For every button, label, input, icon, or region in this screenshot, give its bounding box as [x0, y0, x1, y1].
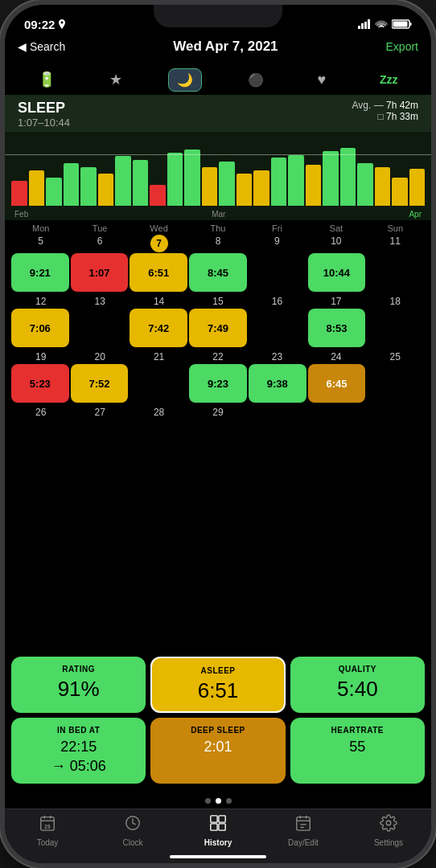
calendar-date-7[interactable]: 7: [150, 235, 168, 252]
stat-card-asleep[interactable]: ASLEEP6:51: [150, 657, 285, 713]
svg-rect-13: [211, 816, 217, 822]
calendar-date-27[interactable]: 27: [70, 406, 129, 419]
avg-time: 7h 42m: [386, 100, 418, 111]
chart-bar-22: [392, 178, 408, 206]
stat-label-0: RATING: [62, 665, 95, 674]
stat-card-row2-0[interactable]: IN BED AT22:15 → 05:06: [11, 718, 146, 784]
stat-card-quality[interactable]: QUALITY5:40: [290, 657, 425, 713]
calendar-date-21[interactable]: 21: [130, 350, 188, 363]
tab-dayedit[interactable]: Day/Edit: [279, 814, 327, 847]
header-nav: ◀ Search Wed Apr 7, 2021 Export: [18, 39, 418, 55]
stats-row-1: RATING91%ASLEEP6:51QUALITY5:40: [11, 657, 425, 713]
filter-battery[interactable]: 🔋: [30, 68, 64, 92]
dot-1: [205, 798, 211, 804]
calendar-date-15[interactable]: 15: [188, 295, 247, 308]
calendar-cell-w3c1: [71, 420, 129, 458]
calendar-date-23[interactable]: 23: [248, 350, 306, 363]
stat-value-r2-1: 2:01: [204, 738, 232, 756]
calendar-cell-w1c5[interactable]: 8:53: [308, 309, 366, 347]
calendar-date-14[interactable]: 14: [130, 295, 188, 308]
filter-zzz[interactable]: Zzz: [372, 70, 406, 89]
calendar-date-29[interactable]: 29: [188, 406, 247, 419]
calendar-cell-w2c1[interactable]: 7:52: [71, 364, 129, 403]
sleep-title: SLEEP: [18, 100, 70, 117]
filter-circle[interactable]: ⚫: [240, 69, 272, 91]
chart-bar-8: [150, 185, 166, 206]
calendar-date-20[interactable]: 20: [70, 350, 129, 363]
tab-clock[interactable]: Clock: [109, 814, 157, 847]
calendar-cell-w1c0[interactable]: 7:06: [11, 309, 69, 347]
chart-month-feb: Feb: [14, 210, 28, 219]
stat-label-1: ASLEEP: [200, 666, 235, 675]
screen: 09:22 ◀ Search Wed Apr 7, 2021 Export 🔋 …: [5, 5, 431, 863]
calendar-date-11[interactable]: 11: [366, 235, 425, 252]
filter-star[interactable]: ★: [101, 68, 130, 92]
back-button[interactable]: ◀ Search: [18, 40, 65, 53]
tab-history[interactable]: History: [194, 814, 242, 847]
calendar-cell-w2c3[interactable]: 9:23: [189, 364, 247, 403]
stat-card-rating[interactable]: RATING91%: [11, 657, 146, 713]
calendar-cell-w0c1[interactable]: 1:07: [71, 253, 129, 292]
calendar-cell-w2c0[interactable]: 5:23: [11, 364, 69, 403]
stats-section: RATING91%ASLEEP6:51QUALITY5:40 IN BED AT…: [5, 653, 431, 795]
svg-rect-3: [368, 19, 370, 29]
svg-rect-16: [219, 824, 225, 830]
calendar-date-6[interactable]: 6: [70, 235, 129, 252]
calendar-date-19[interactable]: 19: [11, 350, 70, 363]
calendar-cell-w2c5[interactable]: 6:45: [308, 364, 366, 403]
filter-moon[interactable]: 🌙: [168, 68, 202, 92]
stat-card-row2-2[interactable]: HEARTRATE55: [290, 718, 425, 784]
calendar-date-18[interactable]: 18: [366, 295, 425, 308]
calendar-week-3: 26272829: [11, 406, 425, 458]
calendar-cell-w3c3: [189, 420, 247, 458]
calendar-date-12[interactable]: 12: [11, 295, 70, 308]
calendar-cell-w0c0[interactable]: 9:21: [11, 253, 69, 292]
dow-mon: Mon: [11, 223, 70, 233]
calendar-date-24[interactable]: 24: [306, 350, 365, 363]
svg-point-23: [386, 821, 391, 825]
calendar-date-9[interactable]: 9: [248, 235, 306, 252]
filter-heart[interactable]: ♥: [310, 68, 335, 92]
tab-settings[interactable]: Settings: [364, 814, 413, 847]
stat-value-2: 5:40: [337, 677, 378, 702]
chart-area: Feb Mar Apr: [5, 132, 431, 220]
calendar-cell-w2c4[interactable]: 9:38: [249, 364, 306, 403]
battery-icon: [392, 19, 412, 29]
status-icons: [358, 19, 412, 29]
export-button[interactable]: Export: [386, 40, 418, 53]
history-label: History: [204, 838, 232, 847]
calendar-cell-w1c2[interactable]: 7:42: [130, 309, 187, 347]
svg-rect-2: [364, 22, 367, 29]
header-title: Wed Apr 7, 2021: [173, 39, 278, 55]
chart-bars: [5, 135, 431, 220]
settings-label: Settings: [374, 838, 403, 847]
calendar-date-5[interactable]: 5: [11, 235, 70, 252]
calendar-date-8[interactable]: 8: [188, 235, 247, 252]
stat-card-row2-1[interactable]: DEEP SLEEP2:01: [150, 718, 285, 784]
calendar-date-17[interactable]: 17: [306, 295, 365, 308]
calendar-cell-w3c4: [249, 420, 306, 458]
calendar-date-22[interactable]: 22: [188, 350, 247, 363]
dow-fri: Fri: [248, 223, 306, 233]
calendar-date-26[interactable]: 26: [11, 406, 70, 419]
sleep-header: SLEEP 1:07–10:44 Avg. — 7h 42m □ 7h 33m: [5, 95, 431, 132]
calendar-date-10[interactable]: 10: [306, 235, 365, 252]
today-label: Today: [37, 838, 59, 847]
calendar-week-1: 121314151617187:067:427:498:53: [11, 295, 425, 347]
calendar-date-13[interactable]: 13: [70, 295, 129, 308]
tab-today[interactable]: 29Today: [23, 814, 72, 847]
calendar-cell-w1c3[interactable]: 7:49: [189, 309, 247, 347]
status-time: 09:22: [24, 18, 55, 31]
calendar-date-28[interactable]: 28: [130, 406, 188, 419]
calendar-cell-w0c3[interactable]: 8:45: [189, 253, 247, 292]
calendar-date-25[interactable]: 25: [366, 350, 425, 363]
calendar-dow-row: MonTueWedThuFriSatSun: [11, 220, 425, 235]
calendar-date-16[interactable]: 16: [248, 295, 306, 308]
calendar-cell-w0c2[interactable]: 6:51: [130, 253, 187, 292]
calendar-cell-w1c6: [367, 309, 425, 347]
stat-label-r2-1: DEEP SLEEP: [191, 726, 245, 735]
avg-label: Avg. — 7h 42m: [352, 100, 419, 111]
svg-rect-15: [211, 824, 217, 830]
calendar-cell-w0c5[interactable]: 10:44: [308, 253, 366, 292]
dow-sun: Sun: [366, 223, 425, 233]
